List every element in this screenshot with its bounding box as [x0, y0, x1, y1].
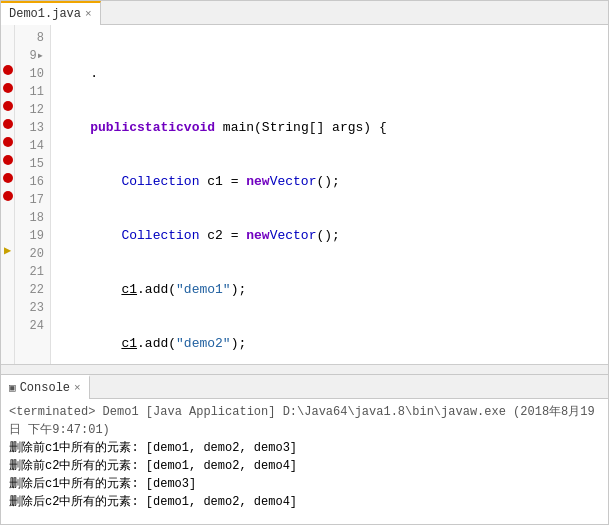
linenum-21: 21 [15, 263, 50, 281]
gutter-10 [1, 61, 15, 79]
gutter-14 [1, 133, 15, 151]
linenum-23: 23 [15, 299, 50, 317]
code-line-11: Collection c2 = new Vector(); [59, 227, 600, 245]
linenum-18: 18 [15, 209, 50, 227]
gutter-18 [1, 205, 15, 223]
gutter-9 [1, 43, 15, 61]
console-content: <terminated> Demo1 [Java Application] D:… [1, 399, 608, 524]
debug-arrow-20: ▶ [4, 243, 11, 258]
linenum-11: 11 [15, 83, 50, 101]
gutter-13 [1, 115, 15, 133]
output-line-4: 删除后c2中所有的元素: [demo1, demo2, demo4] [9, 493, 600, 511]
output-text-3: 删除后c1中所有的元素: [demo3] [9, 477, 196, 491]
linenum-13: 13 [15, 119, 50, 137]
linenum-10: 10 [15, 65, 50, 83]
gutter-12 [1, 97, 15, 115]
editor-tab[interactable]: Demo1.java × [1, 1, 101, 25]
linenum-22: 22 [15, 281, 50, 299]
gutter-17 [1, 187, 15, 205]
console-panel: ▣ Console × <terminated> Demo1 [Java App… [0, 375, 609, 525]
gutter-19 [1, 223, 15, 241]
editor-tab-close[interactable]: × [85, 8, 92, 20]
linenum-24: 24 [15, 317, 50, 335]
editor-tab-label: Demo1.java [9, 7, 81, 21]
code-line-9: public static void main(String[] args) { [59, 119, 600, 137]
breakpoint-11[interactable] [3, 83, 13, 93]
gutter-20: ▶ [1, 241, 15, 259]
gutter-15 [1, 151, 15, 169]
linenum-15: 15 [15, 155, 50, 173]
output-text-1: 删除前c1中所有的元素: [demo1, demo2, demo3] [9, 441, 297, 455]
terminated-line: <terminated> Demo1 [Java Application] D:… [9, 403, 600, 439]
console-tab-close[interactable]: × [74, 382, 81, 394]
output-line-3: 删除后c1中所有的元素: [demo3] [9, 475, 600, 493]
breakpoint-13[interactable] [3, 119, 13, 129]
linenum-8: 8 [15, 29, 50, 47]
editor-panel: Demo1.java × ▶ 8 9▸ 10 [0, 0, 609, 375]
code-line-13: c1.add("demo2"); [59, 335, 600, 353]
terminated-text: <terminated> Demo1 [Java Application] D:… [9, 405, 595, 437]
linenum-17: 17 [15, 191, 50, 209]
gutter-11 [1, 79, 15, 97]
breakpoint-16[interactable] [3, 173, 13, 183]
code-line-12: c1.add("demo1"); [59, 281, 600, 299]
editor-tab-bar: Demo1.java × [1, 1, 608, 25]
gutter-8 [1, 25, 15, 43]
linenum-12: 12 [15, 101, 50, 119]
gutter-21 [1, 259, 15, 277]
console-tab-bar: ▣ Console × [1, 375, 608, 399]
console-tab-label: Console [20, 381, 70, 395]
linenum-19: 19 [15, 227, 50, 245]
console-tab[interactable]: ▣ Console × [1, 375, 90, 399]
output-line-2: 删除前c2中所有的元素: [demo1, demo2, demo4] [9, 457, 600, 475]
line-numbers: 8 9▸ 10 11 12 13 14 15 16 17 18 19 20 21… [15, 25, 51, 364]
gutter-16 [1, 169, 15, 187]
breakpoint-14[interactable] [3, 137, 13, 147]
gutter-24 [1, 313, 15, 331]
gutter-22 [1, 277, 15, 295]
output-text-4: 删除后c2中所有的元素: [demo1, demo2, demo4] [9, 495, 297, 509]
linenum-14: 14 [15, 137, 50, 155]
breakpoint-10[interactable] [3, 65, 13, 75]
breakpoint-17[interactable] [3, 191, 13, 201]
left-gutter: ▶ [1, 25, 15, 364]
code-area: ▶ 8 9▸ 10 11 12 13 14 15 16 17 18 19 20 … [1, 25, 608, 364]
linenum-9: 9▸ [15, 47, 50, 65]
linenum-20: 20 [15, 245, 50, 263]
horizontal-scrollbar[interactable] [1, 364, 608, 374]
linenum-16: 16 [15, 173, 50, 191]
breakpoint-12[interactable] [3, 101, 13, 111]
gutter-23 [1, 295, 15, 313]
output-text-2: 删除前c2中所有的元素: [demo1, demo2, demo4] [9, 459, 297, 473]
output-line-1: 删除前c1中所有的元素: [demo1, demo2, demo3] [9, 439, 600, 457]
code-line-8: . [59, 65, 600, 83]
code-line-10: Collection c1 = new Vector(); [59, 173, 600, 191]
code-content[interactable]: . public static void main(String[] args)… [51, 25, 608, 364]
breakpoint-15[interactable] [3, 155, 13, 165]
